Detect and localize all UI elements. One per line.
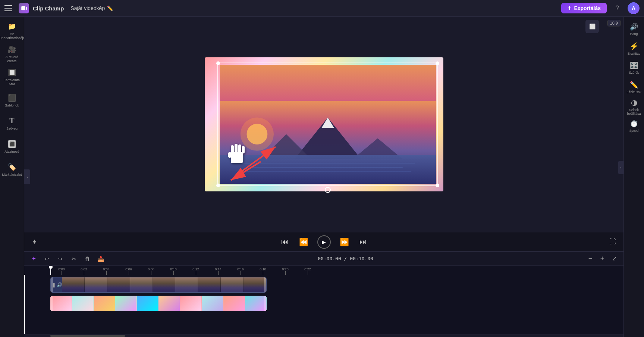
right-item-color[interactable]: ◑ Színek beállítása — [625, 97, 643, 116]
skip-back-button[interactable]: ⏮ — [280, 236, 290, 248]
sidebar-item-transitions[interactable]: 🔳 Átszínezé — [1, 136, 23, 158]
aspect-ratio-badge[interactable]: 16:9 — [607, 20, 621, 26]
ruler-mark-2: 0:04 — [95, 266, 117, 275]
video-strip-container: || 🔊 — [51, 277, 266, 292]
right-item-effects[interactable]: ✏️ Effektusok — [625, 78, 643, 96]
ruler-mark-5: 0:10 — [162, 266, 185, 275]
help-button[interactable]: ? — [611, 2, 623, 14]
ruler-mark-8: 0:16 — [229, 266, 252, 275]
fast-forward-button[interactable]: ⏩ — [338, 236, 351, 248]
video-frame[interactable] — [220, 65, 436, 184]
playback-controls: ✦ ⏮ ⏪ ▶ ⏩ ⏭ ⛶ — [24, 232, 623, 251]
scrollbar-thumb[interactable] — [50, 335, 125, 337]
strip-frame — [198, 277, 221, 292]
right-item-filters[interactable]: 🎛️ Szűrők — [625, 58, 643, 77]
sparkle-button[interactable]: ✦ — [29, 254, 38, 264]
import-button[interactable]: 📥 — [96, 254, 106, 264]
sidebar-item-brand[interactable]: 🏷️ Márkakészlet — [1, 159, 23, 181]
overlay-handle-left[interactable] — [50, 296, 53, 311]
export-button[interactable]: ⬆ Exportálás — [561, 3, 607, 13]
ruler-content: 0:00 0:02 0:04 0:06 — [50, 266, 319, 275]
right-sidebar-collapse[interactable]: ‹ — [618, 161, 623, 174]
sidebar-expand-button[interactable]: › — [24, 169, 30, 184]
video-clip[interactable]: || 🔊 — [50, 277, 267, 293]
mute-icon[interactable]: || — [53, 282, 55, 287]
overlay-handle-right[interactable] — [264, 296, 267, 311]
media-icon: 📁 — [8, 22, 16, 31]
captions-button[interactable]: ⬜ — [585, 20, 599, 33]
record-icon: 🎥 — [8, 45, 16, 54]
delete-button[interactable]: 🗑 — [82, 254, 92, 264]
zoom-out-button[interactable]: − — [585, 254, 595, 264]
strip-frame — [244, 277, 266, 292]
sidebar-item-templates[interactable]: ⬛ Sablonok — [1, 90, 23, 111]
ostrip-6 — [158, 296, 180, 311]
magic-wand-area: ✦ — [30, 236, 39, 248]
color-icon: ◑ — [631, 98, 637, 107]
export-icon: ⬆ — [567, 5, 572, 11]
ostrip-10 — [245, 296, 267, 311]
sidebar-item-record[interactable]: 🎥 & rekordcreate — [1, 44, 23, 65]
ruler-mark-11: 0:22 — [296, 266, 319, 275]
canvas-container: ⬜ ⬛ ••• — [205, 57, 443, 191]
templates-icon: ⬛ — [8, 94, 16, 102]
undo-button[interactable]: ↩ — [42, 254, 52, 264]
cut-button[interactable]: ✂ — [69, 254, 79, 264]
brand-icon: 🏷️ — [8, 163, 16, 171]
zoom-in-button[interactable]: + — [597, 254, 607, 264]
strip-frame — [175, 277, 198, 292]
video-thumbnail-strip — [62, 277, 266, 292]
playhead[interactable] — [50, 266, 51, 275]
rewind-button[interactable]: ⏪ — [298, 236, 310, 248]
magic-wand-button[interactable]: ✦ — [30, 236, 39, 248]
right-sidebar: ‹ 🔊 Hang ⚡ Elcsitítás 🎛️ Szűrők ✏️ Effek… — [623, 17, 644, 337]
svg-rect-0 — [21, 6, 25, 10]
ruler-mark-6: 0:12 — [185, 266, 207, 275]
topbar-right: ⬆ Exportálás ? A — [561, 2, 640, 14]
strip-frame — [153, 277, 176, 292]
right-item-fade[interactable]: ⚡ Elcsitítás — [625, 39, 643, 58]
sidebar-item-media[interactable]: 📁 Az Onadathordozója — [1, 20, 23, 42]
effects-icon: ✏️ — [630, 81, 638, 89]
fullscreen-button[interactable]: ⛶ — [608, 236, 618, 247]
track-row-overlay — [50, 295, 623, 312]
timeline-scrollbar[interactable] — [24, 334, 623, 337]
ruler-mark-9: 0:18 — [252, 266, 274, 275]
content-icon: 🔲 — [8, 69, 16, 77]
ruler-mark-3: 0:06 — [117, 266, 140, 275]
ruler-mark-7: 0:14 — [207, 266, 229, 275]
timeline-section: ✦ ↩ ↪ ✂ 🗑 📥 00:00.00 / 00:10.00 − + ⤢ ▾ — [24, 251, 623, 337]
topbar: Clip Champ Saját videókép ✏️ ⬆ Exportálá… — [0, 0, 644, 17]
hamburger-menu[interactable] — [4, 3, 15, 13]
timeline-time-display: 00:00.00 / 00:10.00 — [109, 256, 582, 261]
timeline-tracks: || 🔊 — [24, 275, 623, 334]
sidebar-item-text[interactable]: T Szöveg — [1, 113, 23, 134]
ruler-mark-1: 0:02 — [73, 266, 95, 275]
right-item-speed[interactable]: ⏱️ Speed — [625, 117, 643, 135]
fit-button[interactable]: ⤢ — [609, 254, 619, 264]
sidebar-item-content[interactable]: 🔲 Tartalomtár-tár — [1, 67, 23, 88]
play-icon: ▶ — [322, 239, 326, 245]
fade-icon: ⚡ — [629, 42, 639, 51]
right-item-sound[interactable]: 🔊 Hang — [625, 20, 643, 38]
track-controls: || 🔊 — [53, 282, 62, 287]
ostrip-7 — [180, 296, 202, 311]
filters-icon: 🎛️ — [630, 61, 638, 70]
skip-forward-button[interactable]: ⏭ — [358, 236, 368, 248]
app-title: Clip Champ — [33, 5, 64, 12]
ruler-mark-0: 0:00 — [50, 266, 73, 275]
left-sidebar: 📁 Az Onadathordozója 🎥 & rekordcreate 🔲 … — [0, 17, 24, 337]
volume-icon[interactable]: 🔊 — [57, 282, 62, 287]
video-preview: 16:9 ⬜ ⬜ ⬛ ••• — [24, 17, 623, 232]
ostrip-8 — [202, 296, 223, 311]
redo-button[interactable]: ↪ — [56, 254, 65, 264]
play-button[interactable]: ▶ — [317, 235, 331, 249]
ostrip-4 — [115, 296, 137, 311]
track-row-video: || 🔊 — [50, 276, 623, 293]
topbar-left: Clip Champ Saját videókép ✏️ — [4, 3, 561, 13]
project-name[interactable]: Saját videókép ✏️ — [70, 5, 113, 11]
avatar[interactable]: A — [628, 2, 640, 14]
overlay-clip[interactable] — [50, 296, 267, 311]
clip-handle-right[interactable] — [264, 277, 266, 292]
strip-frame — [85, 277, 107, 292]
